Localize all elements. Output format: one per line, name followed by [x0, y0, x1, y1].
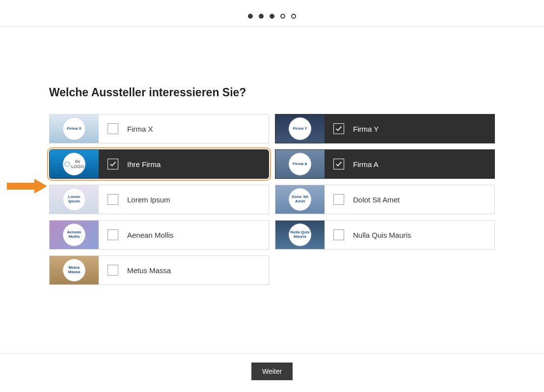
checkbox[interactable]: [108, 229, 118, 240]
logo-text: Firma Y: [293, 127, 307, 131]
logo-text: Firma A: [293, 162, 307, 167]
progress-dot: [291, 14, 296, 19]
exhibitor-label: Nulla Quis Mauris: [353, 231, 411, 239]
logo-circle: Aenean Mollis: [63, 224, 85, 246]
logo-circle: Dolor Sit Amet: [289, 188, 311, 211]
exhibitor-thumb: ⬡Ihr LOGO: [50, 150, 99, 178]
logo-text: Lorem Ipsum: [64, 195, 84, 204]
exhibitor-thumb: Firma A: [275, 150, 325, 178]
page-root: Welche Aussteller interessieren Sie? Fir…: [0, 0, 544, 392]
exhibitor-label: Lorem Ipsum: [127, 196, 170, 204]
exhibitor-thumb: Lorem Ipsum: [50, 185, 99, 214]
progress-dot: [270, 14, 274, 19]
exhibitor-grid: Firma XFirma XFirma YFirma Y⬡Ihr LOGOIhr…: [49, 114, 495, 285]
checkbox[interactable]: [108, 265, 118, 276]
logo-circle: Nulla Quis Mauris: [289, 224, 311, 246]
logo-text: Nulla Quis Mauris: [290, 230, 310, 239]
logo-circle: Lorem Ipsum: [63, 188, 85, 211]
exhibitor-label: Firma Y: [353, 125, 379, 133]
exhibitor-thumb: Firma Y: [275, 114, 325, 143]
logo-text: Dolor Sit Amet: [290, 195, 310, 204]
exhibitor-card-nulla-quis-mauris[interactable]: Nulla Quis MaurisNulla Quis Mauris: [275, 220, 495, 250]
highlight-arrow-icon: [6, 179, 47, 194]
check-icon: [109, 161, 116, 168]
next-button[interactable]: Weiter: [251, 363, 293, 380]
progress-dot: [248, 14, 253, 19]
exhibitor-card-dolor-sit-amet[interactable]: Dolor Sit AmetDolot Sit Amet: [275, 185, 495, 214]
logo-circle: ⬡Ihr LOGO: [63, 153, 85, 175]
exhibitor-thumb: Dolor Sit Amet: [275, 185, 325, 214]
checkbox[interactable]: [333, 194, 344, 205]
exhibitor-card-lorem-ipsum[interactable]: Lorem IpsumLorem Ipsum: [49, 185, 269, 214]
check-icon: [335, 161, 342, 168]
logo-circle: Firma X: [63, 117, 85, 140]
step-progress: [0, 0, 544, 27]
logo-text: Ihr LOGO: [71, 159, 84, 169]
exhibitor-label: Dolot Sit Amet: [353, 196, 400, 204]
hexagon-icon: ⬡: [64, 160, 70, 168]
exhibitor-card-ihre-firma[interactable]: ⬡Ihr LOGOIhre Firma: [49, 149, 269, 179]
exhibitor-label: Ihre Firma: [127, 160, 161, 168]
exhibitor-thumb: Metus Massa: [50, 256, 99, 284]
main-content: Welche Aussteller interessieren Sie? Fir…: [0, 27, 544, 285]
exhibitor-label: Aenean Mollis: [127, 231, 173, 239]
checkbox[interactable]: [108, 123, 118, 134]
logo-text: Firma X: [67, 127, 81, 131]
checkbox[interactable]: [333, 159, 344, 169]
exhibitor-card-firma-x[interactable]: Firma XFirma X: [49, 114, 269, 143]
exhibitor-thumb: Nulla Quis Mauris: [275, 221, 325, 249]
checkbox[interactable]: [108, 159, 118, 169]
exhibitor-label: Firma A: [353, 160, 379, 168]
logo-text: Metus Massa: [64, 266, 84, 275]
checkbox[interactable]: [333, 229, 344, 240]
exhibitor-card-firma-y[interactable]: Firma YFirma Y: [275, 114, 495, 143]
exhibitor-card-metus-massa[interactable]: Metus MassaMetus Massa: [49, 255, 269, 285]
logo-text: Aenean Mollis: [64, 230, 84, 239]
exhibitor-thumb: Aenean Mollis: [50, 221, 99, 249]
logo-circle: Metus Massa: [63, 259, 85, 281]
svg-marker-1: [34, 179, 47, 194]
logo-circle: Firma A: [289, 153, 311, 175]
exhibitor-label: Metus Massa: [127, 266, 171, 275]
checkbox[interactable]: [108, 194, 118, 205]
exhibitor-card-firma-a[interactable]: Firma AFirma A: [275, 149, 495, 179]
check-icon: [335, 125, 342, 132]
progress-dot: [280, 14, 285, 19]
footer-bar: Weiter: [0, 353, 544, 389]
checkbox[interactable]: [333, 123, 344, 134]
exhibitor-card-aenean-mollis[interactable]: Aenean MollisAenean Mollis: [49, 220, 269, 250]
logo-circle: Firma Y: [289, 117, 311, 140]
exhibitor-label: Firma X: [127, 125, 153, 133]
progress-dot: [259, 14, 264, 19]
exhibitor-thumb: Firma X: [50, 114, 99, 143]
logo-icon: ⬡Ihr LOGO: [64, 159, 84, 169]
page-heading: Welche Aussteller interessieren Sie?: [49, 86, 495, 99]
